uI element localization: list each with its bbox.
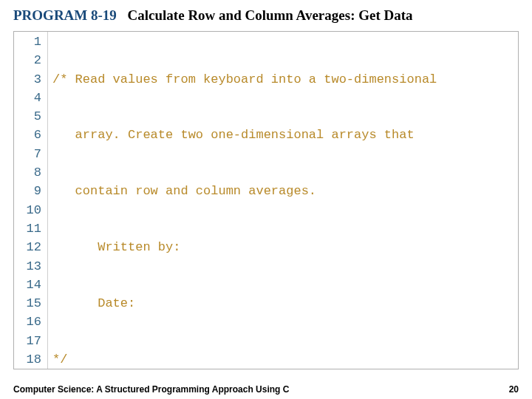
line-number: 9	[14, 182, 41, 200]
line-number: 4	[14, 89, 41, 107]
line-number: 17	[14, 332, 41, 350]
line-number: 11	[14, 219, 41, 238]
code-listing: 1 2 3 4 5 6 7 8 9 10 11 12 13 14 15 16 1…	[13, 31, 519, 369]
code-line: */	[52, 350, 518, 369]
program-title: Calculate Row and Column Averages: Get D…	[128, 7, 413, 23]
slide-header: PROGRAM 8-19 Calculate Row and Column Av…	[0, 0, 532, 27]
line-number: 12	[14, 238, 41, 256]
code-line: Date:	[52, 294, 518, 313]
code-line: /* Read values from keyboard into a two-…	[52, 70, 518, 89]
line-number: 10	[14, 201, 41, 219]
line-number: 7	[14, 145, 41, 163]
line-number: 5	[14, 107, 41, 126]
line-number-gutter: 1 2 3 4 5 6 7 8 9 10 11 12 13 14 15 16 1…	[14, 32, 48, 369]
code-line: array. Create two one-dimensional arrays…	[52, 126, 518, 144]
code-line: Written by:	[52, 238, 518, 256]
page-number: 20	[509, 384, 519, 395]
line-number: 8	[14, 163, 41, 182]
line-number: 15	[14, 294, 41, 313]
line-number: 3	[14, 70, 41, 89]
footer-text: Computer Science: A Structured Programmi…	[13, 384, 289, 395]
code-content: /* Read values from keyboard into a two-…	[48, 32, 518, 369]
line-number: 6	[14, 126, 41, 144]
line-number: 1	[14, 33, 41, 51]
line-number: 13	[14, 257, 41, 276]
line-number: 2	[14, 51, 41, 69]
program-label: PROGRAM 8-19	[13, 7, 117, 23]
line-number: 18	[14, 350, 41, 369]
slide-footer: Computer Science: A Structured Programmi…	[13, 384, 519, 395]
code-line: contain row and column averages.	[52, 182, 518, 200]
line-number: 16	[14, 313, 41, 331]
line-number: 14	[14, 276, 41, 294]
